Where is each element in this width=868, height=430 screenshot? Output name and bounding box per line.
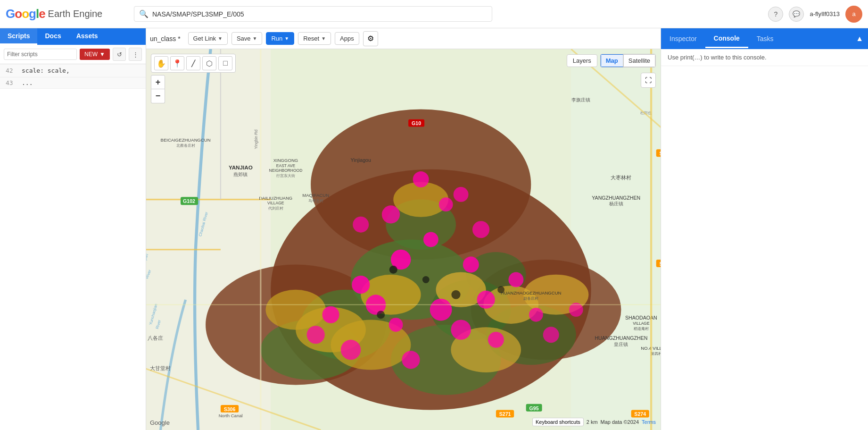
layers-control: Layers Map Satellite <box>567 54 656 67</box>
right-panel-toggle[interactable]: ▲ <box>851 30 868 48</box>
google-map-logo: Google <box>150 419 170 426</box>
svg-text:EAST AVE: EAST AVE <box>276 163 296 168</box>
get-link-dropdown-arrow: ▼ <box>218 36 223 41</box>
svg-text:李旗庄镇: 李旗庄镇 <box>571 97 590 102</box>
svg-point-29 <box>352 276 370 294</box>
logo-area: Google Earth Engine <box>6 7 128 21</box>
username-label[interactable]: a-flyIlf0313 <box>810 10 840 17</box>
keyboard-shortcuts-button[interactable]: Keyboard shortcuts <box>532 418 584 426</box>
scale-text: 2 km <box>587 419 598 425</box>
svg-text:HUANZHAOGEZHUANGCUN: HUANZHAOGEZHUANGCUN <box>501 290 561 295</box>
search-bar: 🔍 <box>134 6 492 22</box>
apps-button[interactable]: Apps <box>335 32 359 45</box>
get-link-label: Get Link <box>193 35 216 42</box>
notification-button[interactable]: 💬 <box>789 7 804 22</box>
tab-assets[interactable]: Assets <box>69 28 106 45</box>
svg-text:大甘堂村: 大甘堂村 <box>150 365 171 371</box>
zoom-out-button[interactable]: − <box>151 89 165 103</box>
more-options-button[interactable]: ⋮ <box>129 48 142 61</box>
svg-text:行宫东大街: 行宫东大街 <box>276 173 295 178</box>
svg-text:VILLAGE: VILLAGE <box>633 321 650 326</box>
tab-tasks[interactable]: Tasks <box>748 30 782 47</box>
line-number-2: 43 <box>6 79 17 86</box>
svg-text:Yinjiagou: Yinjiagou <box>351 157 371 163</box>
svg-text:代刘庄村: 代刘庄村 <box>268 206 283 211</box>
line-tool[interactable]: ╱ <box>186 56 200 70</box>
svg-text:八各庄: 八各庄 <box>148 335 163 341</box>
svg-point-47 <box>353 217 369 233</box>
svg-text:S274: S274 <box>659 151 661 156</box>
search-input[interactable] <box>152 10 487 18</box>
tab-console[interactable]: Console <box>705 30 748 48</box>
new-script-button[interactable]: NEW ▼ <box>80 49 110 60</box>
svg-point-34 <box>508 272 523 287</box>
svg-text:燕郊镇: 燕郊镇 <box>233 172 248 177</box>
pan-tool[interactable]: ✋ <box>154 56 168 70</box>
svg-point-46 <box>472 221 489 238</box>
svg-text:S271: S271 <box>499 411 511 417</box>
map-background: G102 G10 G95 G95 G95 S274 S274 S274 <box>146 49 661 430</box>
svg-point-30 <box>463 257 479 273</box>
tab-inspector[interactable]: Inspector <box>661 30 705 47</box>
map-type-satellite[interactable]: Satellite <box>623 54 655 67</box>
fullscreen-button[interactable]: ⛶ <box>641 73 656 88</box>
apps-label: Apps <box>340 35 354 42</box>
svg-text:马奇乏村: 马奇乏村 <box>308 198 323 203</box>
svg-text:皇庄镇: 皇庄镇 <box>614 342 628 347</box>
reset-button[interactable]: Reset ▼ <box>298 32 331 45</box>
svg-point-41 <box>341 340 361 360</box>
svg-point-38 <box>402 351 420 369</box>
svg-text:North Canal: North Canal <box>219 413 243 418</box>
run-button[interactable]: Run ▼ <box>266 32 294 45</box>
svg-point-48 <box>307 326 325 344</box>
tab-docs[interactable]: Docs <box>37 28 68 45</box>
svg-point-28 <box>423 232 438 247</box>
code-content-2: ... <box>22 79 33 86</box>
zoom-controls: + − <box>151 75 165 103</box>
map-attribution: Keyboard shortcuts 2 km Map data ©2024 T… <box>532 418 656 426</box>
svg-text:YANJIAO: YANJIAO <box>229 164 253 170</box>
map-tools-bar: ✋ 📍 ╱ ⬡ □ <box>151 54 236 73</box>
map-type-map[interactable]: Map <box>601 54 623 67</box>
svg-text:北蔡各庄村: 北蔡各庄村 <box>176 143 195 148</box>
svg-point-52 <box>422 276 430 283</box>
svg-text:HUANGZHUANGZHEN: HUANGZHUANGZHEN <box>595 335 647 341</box>
polygon-tool[interactable]: ⬡ <box>202 56 216 70</box>
left-toolbar: Filter scripts NEW ▼ ↺ ⋮ <box>0 45 146 64</box>
svg-text:Yingbin Rd: Yingbin Rd <box>254 129 259 149</box>
svg-point-33 <box>477 291 495 309</box>
left-panel: Scripts Docs Assets Filter scripts NEW ▼… <box>0 28 146 430</box>
svg-point-45 <box>454 187 469 202</box>
user-avatar[interactable]: a <box>845 6 862 23</box>
run-label: Run <box>271 35 282 42</box>
right-panel: Inspector Console Tasks ▲ Use print(…) t… <box>661 28 868 430</box>
svg-text:S274: S274 <box>659 261 661 267</box>
svg-text:S274: S274 <box>634 411 646 417</box>
tab-scripts[interactable]: Scripts <box>0 28 37 45</box>
terms-link[interactable]: Terms <box>642 419 656 425</box>
header-right: ? 💬 a-flyIlf0313 a <box>768 6 862 23</box>
svg-text:大枣林村: 大枣林村 <box>611 175 631 180</box>
zoom-in-button[interactable]: + <box>151 75 165 89</box>
help-button[interactable]: ? <box>768 7 783 22</box>
right-tabs: Inspector Console Tasks ▲ <box>661 28 868 49</box>
rectangle-tool[interactable]: □ <box>218 56 232 70</box>
layers-button[interactable]: Layers <box>567 54 597 67</box>
settings-button[interactable]: ⚙ <box>363 31 378 46</box>
svg-text:稻道庵村: 稻道庵村 <box>634 326 649 331</box>
point-tool[interactable]: 📍 <box>170 56 184 70</box>
reset-label: Reset <box>303 35 319 42</box>
refresh-button[interactable]: ↺ <box>113 48 126 61</box>
save-button[interactable]: Save ▼ <box>231 32 263 45</box>
svg-text:S306: S306 <box>224 406 236 412</box>
svg-text:G102: G102 <box>183 198 195 204</box>
svg-text:XINGGONG: XINGGONG <box>273 158 298 163</box>
svg-point-51 <box>389 266 397 274</box>
get-link-button[interactable]: Get Link ▼ <box>188 32 228 45</box>
filter-scripts-label: Filter scripts <box>4 49 77 60</box>
save-dropdown-arrow: ▼ <box>253 36 257 41</box>
svg-text:BEICAIGEZHUANGCUN: BEICAIGEZHUANGCUN <box>161 137 211 143</box>
dropdown-arrow: ▼ <box>99 51 105 58</box>
svg-rect-2 <box>571 49 661 430</box>
map-area[interactable]: G102 G10 G95 G95 G95 S274 S274 S274 <box>146 49 661 430</box>
